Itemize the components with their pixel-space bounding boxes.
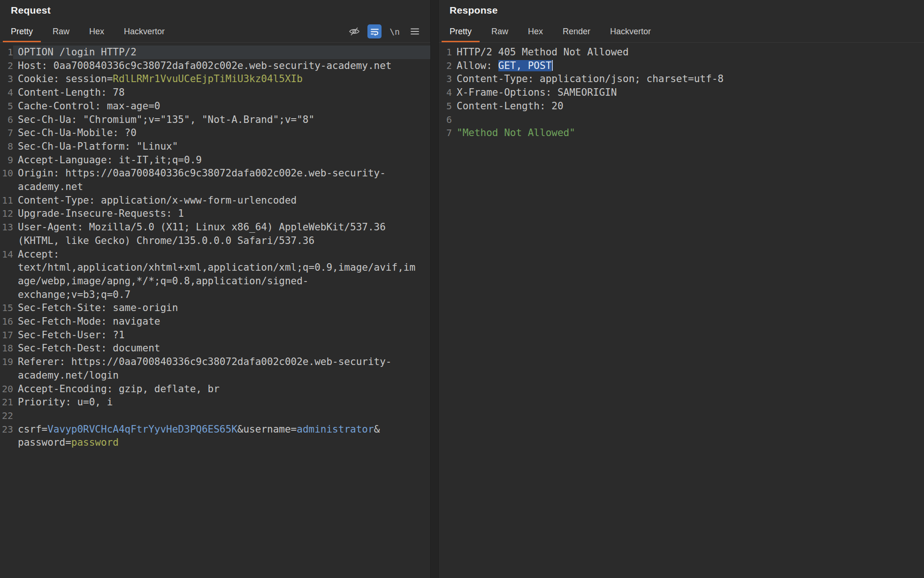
line-number: 22 xyxy=(0,409,13,423)
editor-line: 7Sec-Ch-Ua-Mobile: ?0 xyxy=(0,126,430,140)
word-wrap-button[interactable] xyxy=(367,24,382,38)
tab-render[interactable]: Render xyxy=(553,21,600,42)
request-panel-header: Request xyxy=(0,0,430,21)
request-panel: Request PrettyRawHexHackvertor xyxy=(0,0,430,578)
line-content[interactable]: User-Agent: Mozilla/5.0 (X11; Linux x86_… xyxy=(13,221,430,247)
tab-hex[interactable]: Hex xyxy=(79,21,114,42)
editor-line: 20Accept-Encoding: gzip, deflate, br xyxy=(0,382,430,396)
token: Sec-Ch-Ua-Platform: "Linux" xyxy=(18,141,178,152)
editor-menu-button[interactable] xyxy=(408,24,422,38)
tab-raw[interactable]: Raw xyxy=(481,21,518,42)
line-number: 21 xyxy=(0,395,13,409)
token: Accept: text/html,application/xhtml+xml,… xyxy=(18,249,415,300)
repeater-split-view: Request PrettyRawHexHackvertor xyxy=(0,0,924,578)
token: Content-Type: application/x-www-form-url… xyxy=(18,195,297,206)
token: Content-Length: 78 xyxy=(18,87,125,98)
request-tabbar: PrettyRawHexHackvertor xyxy=(0,21,430,43)
line-content[interactable]: Content-Type: application/x-www-form-url… xyxy=(13,194,430,207)
line-content[interactable]: Upgrade-Insecure-Requests: 1 xyxy=(13,207,430,221)
line-content[interactable]: Sec-Fetch-Dest: document xyxy=(13,342,430,355)
line-number: 5 xyxy=(439,99,452,113)
token: Content-Type: application/json; charset=… xyxy=(457,73,724,84)
token: Origin: https://0aa700840336c9c38072dafa… xyxy=(18,167,386,192)
line-number: 16 xyxy=(0,315,13,328)
line-content[interactable]: HTTP/2 405 Method Not Allowed xyxy=(452,46,924,59)
token: & xyxy=(237,424,244,435)
line-content[interactable]: Accept-Language: it-IT,it;q=0.9 xyxy=(13,153,430,167)
line-content[interactable]: Sec-Ch-Ua-Platform: "Linux" xyxy=(13,140,430,153)
line-number: 7 xyxy=(0,126,13,140)
token: Cookie: session= xyxy=(18,73,113,84)
editor-line: 2Host: 0aa700840336c9c38072dafa002c002e.… xyxy=(0,59,430,73)
token: Upgrade-Insecure-Requests: 1 xyxy=(18,208,184,219)
tab-pretty[interactable]: Pretty xyxy=(1,21,43,42)
line-content[interactable]: Accept-Encoding: gzip, deflate, br xyxy=(13,382,430,396)
token: OPTION /login HTTP/2 xyxy=(18,46,137,58)
response-editor[interactable]: 1HTTP/2 405 Method Not Allowed2Allow: GE… xyxy=(439,43,924,578)
line-number: 14 xyxy=(0,248,13,261)
line-content[interactable]: Allow: GET, POST xyxy=(452,59,924,73)
line-number: 7 xyxy=(439,126,452,140)
line-number: 6 xyxy=(0,113,13,127)
line-number: 2 xyxy=(0,59,13,73)
hide-nonprintable-button[interactable] xyxy=(347,24,361,38)
line-number: 17 xyxy=(0,328,13,342)
line-number: 15 xyxy=(0,301,13,315)
tab-pretty[interactable]: Pretty xyxy=(440,21,481,42)
line-content[interactable]: Content-Type: application/json; charset=… xyxy=(452,72,924,86)
line-content[interactable]: Accept: text/html,application/xhtml+xml,… xyxy=(13,248,430,302)
response-panel-header: Response xyxy=(439,0,924,21)
tab-raw[interactable]: Raw xyxy=(43,21,79,42)
token: Sec-Fetch-Dest: document xyxy=(18,342,160,354)
editor-line: 3Content-Type: application/json; charset… xyxy=(439,72,924,86)
line-number: 6 xyxy=(439,113,452,127)
editor-line: 3Cookie: session=RdlLRMr1VvuUCeEjpTiMiU3… xyxy=(0,72,430,86)
editor-line: 15Sec-Fetch-Site: same-origin xyxy=(0,301,430,315)
editor-line: 5Content-Length: 20 xyxy=(439,99,924,113)
tab-hex[interactable]: Hex xyxy=(518,21,553,42)
newline-indicator-button[interactable]: \n xyxy=(388,24,402,38)
line-content[interactable]: Priority: u=0, i xyxy=(13,395,430,409)
line-content[interactable]: Sec-Ch-Ua: "Chromium";v="135", "Not-A.Br… xyxy=(13,113,430,127)
editor-line: 2Allow: GET, POST xyxy=(439,59,924,73)
token: password xyxy=(71,437,119,448)
line-number: 12 xyxy=(0,207,13,221)
request-editor[interactable]: 1OPTION /login HTTP/22Host: 0aa700840336… xyxy=(0,43,430,578)
line-content[interactable]: Cookie: session=RdlLRMr1VvuUCeEjpTiMiU3k… xyxy=(13,72,430,86)
line-content[interactable] xyxy=(13,409,430,423)
line-content[interactable]: OPTION /login HTTP/2 xyxy=(13,46,430,59)
line-content[interactable]: Content-Length: 20 xyxy=(452,99,924,113)
token: Sec-Fetch-Site: same-origin xyxy=(18,302,178,313)
editor-line: 9Accept-Language: it-IT,it;q=0.9 xyxy=(0,153,430,167)
tab-hackvertor[interactable]: Hackvertor xyxy=(600,21,661,42)
line-content[interactable]: Origin: https://0aa700840336c9c38072dafa… xyxy=(13,167,430,193)
editor-line: 10Origin: https://0aa700840336c9c38072da… xyxy=(0,167,430,193)
token: Sec-Ch-Ua: "Chromium";v="135", "Not-A.Br… xyxy=(18,114,314,125)
line-content[interactable]: X-Frame-Options: SAMEORIGIN xyxy=(452,86,924,99)
panel-divider[interactable] xyxy=(430,0,439,578)
line-content[interactable]: Sec-Ch-Ua-Mobile: ?0 xyxy=(13,126,430,140)
newline-glyph: \n xyxy=(389,27,400,37)
line-content[interactable]: Content-Length: 78 xyxy=(13,86,430,99)
line-content[interactable]: Sec-Fetch-Mode: navigate xyxy=(13,315,430,328)
editor-line: 4Content-Length: 78 xyxy=(0,86,430,99)
editor-line: 6 xyxy=(439,113,924,127)
line-content[interactable]: Cache-Control: max-age=0 xyxy=(13,99,430,113)
tab-hackvertor[interactable]: Hackvertor xyxy=(114,21,175,42)
line-number: 3 xyxy=(0,72,13,86)
response-tabs: PrettyRawHexRenderHackvertor xyxy=(440,21,661,42)
editor-line: 5Cache-Control: max-age=0 xyxy=(0,99,430,113)
line-content[interactable]: csrf=Vavyp0RVCHcA4qFtrYyvHeD3PQ6ES65K&us… xyxy=(13,423,430,449)
line-content[interactable]: Host: 0aa700840336c9c38072dafa002c002e.w… xyxy=(13,59,430,73)
line-number: 9 xyxy=(0,153,13,167)
line-content[interactable]: Sec-Fetch-User: ?1 xyxy=(13,328,430,342)
editor-line: 8Sec-Ch-Ua-Platform: "Linux" xyxy=(0,140,430,153)
line-content[interactable]: Referer: https://0aa700840336c9c38072daf… xyxy=(13,355,430,382)
line-number: 3 xyxy=(439,72,452,86)
line-content[interactable]: Sec-Fetch-Site: same-origin xyxy=(13,301,430,315)
token: "Method Not Allowed" xyxy=(457,127,575,138)
editor-line: 19Referer: https://0aa700840336c9c38072d… xyxy=(0,355,430,382)
editor-line: 1HTTP/2 405 Method Not Allowed xyxy=(439,46,924,59)
line-content[interactable] xyxy=(452,113,924,127)
line-content[interactable]: "Method Not Allowed" xyxy=(452,126,924,140)
